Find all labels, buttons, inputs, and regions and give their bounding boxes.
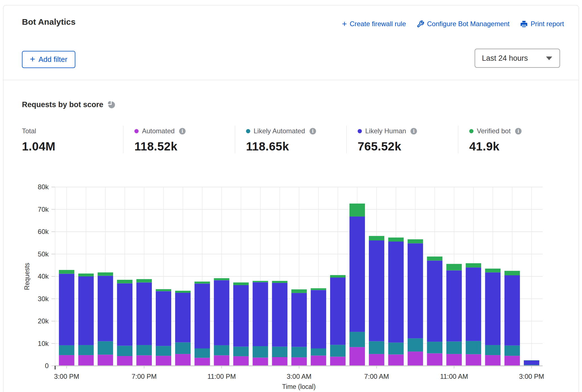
bar-segment	[311, 355, 326, 366]
plus-icon: +	[342, 21, 347, 27]
stat-total: Total 1.04M	[22, 126, 123, 153]
bar-segment	[175, 293, 191, 342]
page-title: Bot Analytics	[22, 17, 76, 27]
x-tick-label: 3:00 PM	[54, 373, 79, 380]
bar-segment	[388, 238, 404, 242]
bar	[117, 280, 132, 366]
bar-segment	[427, 353, 443, 366]
bar-segment	[78, 345, 94, 355]
bar-segment	[446, 354, 462, 366]
bar-segment	[524, 365, 539, 365]
bar-segment	[291, 357, 307, 366]
bar-segment	[98, 276, 113, 341]
bar-segment	[485, 272, 500, 345]
y-axis-ticks: 010k20k30k40k50k60k70k80k	[38, 183, 55, 370]
time-range-select[interactable]: Last 24 hours	[475, 49, 560, 68]
configure-bot-management-link[interactable]: Configure Bot Management	[417, 20, 510, 28]
bar	[330, 275, 346, 366]
stat-likely-automated: Likely Automated i 118.65k	[235, 126, 346, 153]
x-axis-title: Time (local)	[282, 383, 315, 390]
x-tick-label: 7:00 AM	[364, 373, 389, 380]
add-filter-button[interactable]: + Add filter	[22, 51, 75, 68]
stat-label: Likely Automated	[254, 127, 305, 135]
stat-label: Verified bot	[477, 127, 511, 135]
bar-segment	[311, 290, 326, 348]
bar-segment	[504, 271, 520, 275]
bar	[291, 289, 307, 366]
bar-segment	[291, 289, 307, 293]
chevron-down-icon	[546, 57, 552, 60]
automated-legend-dot	[134, 129, 139, 133]
bar-segment	[98, 272, 113, 276]
print-report-link[interactable]: Print report	[520, 20, 564, 28]
x-axis-ticks: 3:00 PM7:00 PM11:00 PM3:00 AM7:00 AM11:0…	[54, 366, 544, 380]
stat-value: 765.52k	[358, 140, 458, 153]
bar	[78, 274, 94, 366]
bar-segment	[195, 281, 210, 283]
y-tick-label: 0	[45, 362, 49, 370]
bar-segment	[446, 264, 462, 270]
create-firewall-rule-link[interactable]: + Create firewall rule	[342, 20, 406, 28]
verified-bot-legend-dot	[469, 129, 473, 133]
bar	[388, 238, 404, 366]
bar-segment	[369, 341, 384, 354]
bar-segment	[253, 346, 268, 358]
bar-segment	[291, 293, 307, 347]
stat-value: 1.04M	[22, 140, 123, 153]
bar	[427, 256, 443, 366]
x-tick-label: 11:00 PM	[207, 373, 236, 380]
info-icon[interactable]: i	[310, 128, 316, 134]
bar	[233, 282, 249, 366]
info-icon[interactable]: i	[410, 128, 417, 134]
stat-likely-human: Likely Human i 765.52k	[346, 126, 458, 153]
bar-segment	[466, 263, 481, 267]
stat-value: 41.9k	[469, 140, 570, 153]
bar-segment	[408, 352, 423, 366]
bar-segment	[466, 341, 481, 354]
bar-segment	[466, 267, 481, 341]
bar-segment	[427, 342, 443, 353]
bar-segment	[214, 355, 229, 366]
bar-segment	[214, 280, 229, 345]
bar-segment	[369, 240, 384, 341]
bar-segment	[136, 345, 152, 355]
section-title: Requests by bot score	[22, 100, 103, 109]
bar-segment	[136, 355, 152, 366]
bar	[98, 272, 113, 366]
info-icon[interactable]: i	[179, 128, 186, 134]
bar-segment	[59, 345, 75, 355]
bar-segment	[408, 239, 423, 243]
bar	[195, 281, 210, 366]
bar	[156, 289, 171, 366]
x-tick-label: 11:00 AM	[440, 373, 468, 380]
bar	[446, 264, 462, 366]
bar-segment	[117, 356, 132, 366]
y-tick-label: 10k	[38, 340, 49, 347]
bar-segment	[117, 346, 132, 356]
time-range-value: Last 24 hours	[482, 54, 528, 63]
bar-segment	[59, 355, 75, 366]
bar-segment	[175, 354, 191, 366]
bar-segment	[272, 357, 287, 366]
bar-segment	[253, 281, 268, 282]
x-tick-label: 3:00 PM	[519, 373, 544, 380]
bar	[311, 288, 326, 366]
bar-segment	[408, 243, 423, 338]
bar-segment	[195, 358, 210, 366]
y-tick-label: 50k	[38, 250, 49, 258]
info-icon[interactable]: i	[515, 128, 522, 134]
stat-value: 118.65k	[246, 140, 346, 153]
bar	[369, 236, 384, 366]
y-tick-label: 80k	[38, 183, 49, 191]
section-title-row: Requests by bot score	[22, 100, 115, 109]
bar-segment	[485, 269, 500, 272]
header-actions: + Create firewall rule Configure Bot Man…	[342, 20, 564, 28]
bar	[408, 239, 423, 366]
bar-segment	[330, 278, 346, 345]
bar	[466, 263, 481, 366]
bar-segment	[233, 347, 249, 356]
bar	[524, 360, 539, 366]
bar-segment	[98, 355, 113, 366]
bar-segment	[291, 347, 307, 357]
bar-segment	[233, 356, 249, 366]
